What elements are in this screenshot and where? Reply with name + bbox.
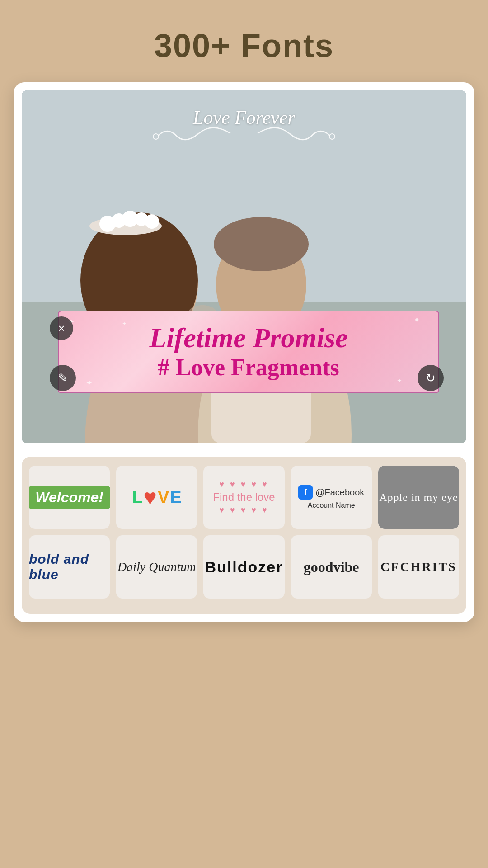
font-cell-welcome[interactable]: Welcome! xyxy=(29,466,110,529)
cfchrits-font-preview: CFCHRITS xyxy=(380,560,457,574)
font-cell-bulldozer[interactable]: Bulldozer xyxy=(203,535,284,599)
main-card: Love Forever ✦ ✦ ✦ ✦ ✦ Lifetime Promise … xyxy=(14,82,474,622)
rotate-icon: ↻ xyxy=(426,371,436,385)
font-cell-boldblue[interactable]: bold and blue xyxy=(29,535,110,599)
font-row-2: bold and blue Daily Quantum Bulldozer go… xyxy=(29,535,459,599)
boldblue-font-preview: bold and blue xyxy=(29,552,110,582)
svg-point-20 xyxy=(329,134,335,139)
font-grid-section: Welcome! L ♥ V E ♥ ♥ ♥ ♥ ♥ Find the love… xyxy=(22,457,466,614)
sticker-edit-button[interactable]: ✎ xyxy=(50,365,76,391)
font-cell-cfchrits[interactable]: CFCHRITS xyxy=(378,535,459,599)
svg-point-19 xyxy=(153,134,159,139)
facebook-icon: f xyxy=(298,485,313,500)
welcome-font-preview: Welcome! xyxy=(29,486,110,509)
swirl-decoration xyxy=(131,118,357,154)
font-cell-apple[interactable]: Apple in my eye xyxy=(378,466,459,529)
sticker-line2: # Love Fragments xyxy=(73,354,424,382)
sparkle-4: ✦ xyxy=(122,321,127,327)
font-cell-dailyquantum[interactable]: Daily Quantum xyxy=(116,535,197,599)
sticker-rotate-button[interactable]: ↻ xyxy=(418,365,444,391)
dailyquantum-font-preview: Daily Quantum xyxy=(117,560,196,574)
page-title: 300+ Fonts xyxy=(0,0,488,82)
apple-font-preview: Apple in my eye xyxy=(378,466,459,529)
font-cell-goodvibe[interactable]: goodvibe xyxy=(291,535,372,599)
facebook-font-preview: f @Facebook Account Name xyxy=(298,485,364,509)
font-cell-facebook[interactable]: f @Facebook Account Name xyxy=(291,466,372,529)
svg-point-16 xyxy=(214,217,309,271)
bulldozer-font-preview: Bulldozer xyxy=(205,558,283,576)
sticker-close-button[interactable]: × xyxy=(50,316,73,340)
findlove-font-preview: ♥ ♥ ♥ ♥ ♥ Find the love ♥ ♥ ♥ ♥ ♥ xyxy=(213,480,275,515)
goodvibe-font-preview: goodvibe xyxy=(304,559,359,576)
svg-point-11 xyxy=(145,214,159,229)
love3d-font-preview: L ♥ V E xyxy=(132,484,182,510)
font-cell-love3d[interactable]: L ♥ V E xyxy=(116,466,197,529)
sparkle-5: ✦ xyxy=(397,377,402,384)
sparkle-2: ✦ xyxy=(413,315,420,325)
font-row-1: Welcome! L ♥ V E ♥ ♥ ♥ ♥ ♥ Find the love… xyxy=(29,466,459,529)
sticker-overlay[interactable]: ✦ ✦ ✦ ✦ ✦ Lifetime Promise # Love Fragme… xyxy=(58,311,439,393)
sticker-line1: Lifetime Promise xyxy=(73,322,424,353)
pencil-icon: ✎ xyxy=(58,371,68,385)
sparkle-3: ✦ xyxy=(86,378,93,388)
photo-container: Love Forever ✦ ✦ ✦ ✦ ✦ Lifetime Promise … xyxy=(22,90,466,443)
font-cell-findlove[interactable]: ♥ ♥ ♥ ♥ ♥ Find the love ♥ ♥ ♥ ♥ ♥ xyxy=(203,466,284,529)
